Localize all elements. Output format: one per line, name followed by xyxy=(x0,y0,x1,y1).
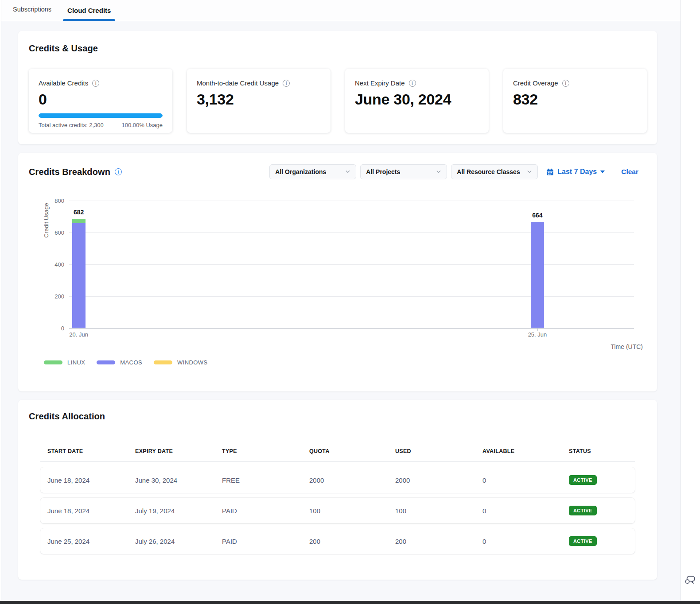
usage-percent-text: 100.00% Usage xyxy=(121,122,163,128)
caret-down-icon xyxy=(600,170,605,173)
calendar-icon xyxy=(546,168,554,176)
bar-segment-linux[interactable] xyxy=(531,222,544,222)
info-icon[interactable] xyxy=(562,80,569,87)
info-icon[interactable] xyxy=(115,168,122,175)
chart-legend: LINUXMACOSWINDOWS xyxy=(44,359,634,366)
column-header-available: AVAILABLE xyxy=(475,448,562,454)
tab-bar: Subscriptions Cloud Credits xyxy=(1,0,681,21)
legend-item-windows[interactable]: WINDOWS xyxy=(154,359,208,366)
table-row: June 18, 2024June 30, 2024FREE200020000A… xyxy=(40,467,635,493)
chart-y-tick-label: 200 xyxy=(54,293,64,300)
next-expiry-label: Next Expiry Date xyxy=(355,79,405,87)
section-credits-usage: Credits & Usage Available Credits 0 Tota… xyxy=(18,31,657,144)
legend-swatch xyxy=(44,360,62,364)
chart-x-tick-mark xyxy=(537,328,538,331)
chart-x-tick-label: 25. Jun xyxy=(528,331,547,338)
legend-item-macos[interactable]: MACOS xyxy=(97,359,142,366)
cell-type: PAID xyxy=(215,538,302,545)
breakdown-filters: All Organizations All Projects All Resou… xyxy=(269,164,646,179)
cell-quota: 2000 xyxy=(302,476,388,484)
cell-start-date: June 25, 2024 xyxy=(40,538,128,545)
cell-status: ACTIVE xyxy=(562,475,635,485)
column-header-quota: QUOTA xyxy=(302,448,388,454)
organizations-select[interactable]: All Organizations xyxy=(269,164,356,179)
cell-used: 2000 xyxy=(388,476,475,484)
column-header-expiry-date: EXPIRY DATE xyxy=(128,448,215,454)
total-active-credits-text: Total active credits: 2,300 xyxy=(39,122,104,128)
status-badge: ACTIVE xyxy=(569,506,597,515)
credits-usage-title: Credits & Usage xyxy=(29,43,647,54)
credit-overage-label: Credit Overage xyxy=(513,79,558,87)
section-credits-allocation: Credits Allocation START DATEEXPIRY DATE… xyxy=(18,400,657,580)
bottom-edge-bar xyxy=(0,601,700,604)
cell-start-date: June 18, 2024 xyxy=(40,476,128,484)
legend-item-linux[interactable]: LINUX xyxy=(44,359,85,366)
card-mtd-credit-usage: Month-to-date Credit Usage 3,132 xyxy=(187,69,331,133)
bar-value-label: 664 xyxy=(524,212,551,219)
date-range-label: Last 7 Days xyxy=(557,168,597,176)
credits-allocation-title: Credits Allocation xyxy=(29,411,646,422)
mtd-usage-value: 3,132 xyxy=(197,91,321,108)
chart-gridline xyxy=(69,264,634,265)
cell-expiry-date: July 19, 2024 xyxy=(128,507,215,515)
projects-select[interactable]: All Projects xyxy=(360,164,447,179)
column-header-type: TYPE xyxy=(215,448,302,454)
chart-x-axis: 20. Jun25. Jun xyxy=(69,328,634,339)
chart-gridline xyxy=(69,296,634,297)
legend-label: WINDOWS xyxy=(177,359,208,366)
cell-available: 0 xyxy=(475,507,562,515)
credits-progress-fill xyxy=(39,113,163,118)
credit-overage-value: 832 xyxy=(513,91,637,108)
chart-y-tick-label: 600 xyxy=(54,229,64,236)
table-row: June 25, 2024July 26, 2024PAID2002000ACT… xyxy=(40,528,635,554)
chevron-down-icon xyxy=(345,170,350,174)
cell-used: 200 xyxy=(388,538,475,545)
legend-label: LINUX xyxy=(67,359,85,366)
feedback-chat-button[interactable] xyxy=(683,573,696,586)
column-header-start-date: START DATE xyxy=(40,448,128,454)
info-icon[interactable] xyxy=(283,80,290,87)
card-next-expiry-date: Next Expiry Date June 30, 2024 xyxy=(345,69,489,133)
resource-classes-select[interactable]: All Resource Classes xyxy=(451,164,538,179)
cell-used: 100 xyxy=(388,507,475,515)
chart-y-tick-label: 400 xyxy=(54,261,64,268)
chart-y-axis-title: Credit Usage xyxy=(43,200,51,241)
bar-segment-macos[interactable] xyxy=(72,223,86,328)
tab-cloud-credits[interactable]: Cloud Credits xyxy=(63,7,115,21)
mtd-usage-label: Month-to-date Credit Usage xyxy=(197,79,279,87)
tab-cloud-credits-label: Cloud Credits xyxy=(67,7,111,14)
credits-breakdown-title: Credits Breakdown xyxy=(29,167,110,177)
tab-subscriptions[interactable]: Subscriptions xyxy=(11,6,53,21)
cell-type: PAID xyxy=(215,507,302,515)
chart-x-tick-mark xyxy=(79,328,79,331)
chat-bubbles-icon xyxy=(683,573,696,586)
status-badge: ACTIVE xyxy=(569,536,597,546)
credits-progress-bar xyxy=(39,113,163,118)
available-credits-value: 0 xyxy=(39,91,163,108)
main-content: Credits & Usage Available Credits 0 Tota… xyxy=(1,21,681,580)
cell-status: ACTIVE xyxy=(562,536,635,546)
right-gutter xyxy=(681,0,700,601)
section-credits-breakdown: Credits Breakdown All Organizations All … xyxy=(18,153,657,391)
cell-available: 0 xyxy=(475,538,562,545)
chart-y-tick-label: 0 xyxy=(61,325,64,332)
chevron-down-icon xyxy=(436,170,441,174)
breakdown-header: Credits Breakdown All Organizations All … xyxy=(29,164,646,179)
bar-segment-linux[interactable] xyxy=(72,219,86,223)
credits-allocation-table: START DATEEXPIRY DATETYPEQUOTAUSEDAVAILA… xyxy=(40,448,635,554)
cell-start-date: June 18, 2024 xyxy=(40,507,128,515)
info-icon[interactable] xyxy=(409,80,416,87)
info-icon[interactable] xyxy=(92,80,99,87)
legend-label: MACOS xyxy=(120,359,142,366)
chart-gridline xyxy=(69,201,634,201)
date-range-button[interactable]: Last 7 Days xyxy=(546,168,605,176)
card-available-credits: Available Credits 0 Total active credits… xyxy=(29,69,172,133)
column-header-used: USED xyxy=(388,448,475,454)
chevron-down-icon xyxy=(527,170,532,174)
cell-quota: 200 xyxy=(302,538,388,545)
status-badge: ACTIVE xyxy=(569,475,597,485)
clear-filters-button[interactable]: Clear xyxy=(621,168,638,176)
bar-segment-macos[interactable] xyxy=(531,222,544,328)
chart-y-tick-label: 800 xyxy=(54,197,64,204)
active-tab-underline xyxy=(63,19,115,21)
